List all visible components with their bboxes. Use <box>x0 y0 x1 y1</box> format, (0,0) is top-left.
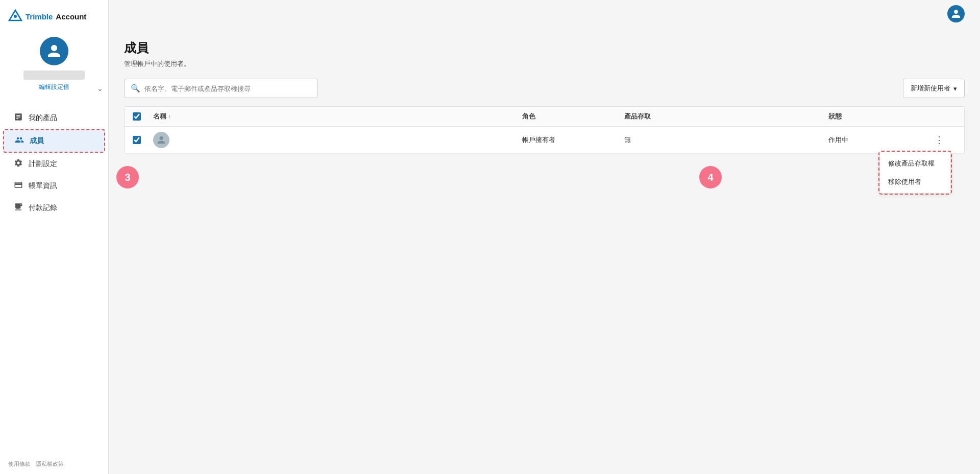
search-box[interactable]: 🔍 <box>124 79 318 98</box>
th-name: 名稱 ↑ <box>153 112 522 121</box>
privacy-link[interactable]: 隱私權政策 <box>36 460 64 468</box>
table-row: 帳戶擁有者 無 作用中 ⋮ 修改產品存取權 移除使用者 <box>125 127 964 154</box>
logo-text: Trimble <box>26 12 53 21</box>
search-icon: 🔍 <box>131 84 140 93</box>
account-info-icon <box>13 180 23 192</box>
add-user-chevron: ▾ <box>953 85 957 92</box>
username-bar <box>23 70 85 80</box>
sidebar-item-members[interactable]: 成員 <box>3 129 105 153</box>
th-product-access: 產品存取 <box>624 112 828 121</box>
trimble-logo-icon <box>8 9 22 23</box>
sidebar-collapse-button[interactable]: ⌄ <box>97 84 103 92</box>
table-header: 名稱 ↑ 角色 產品存取 狀態 <box>125 107 964 127</box>
sort-arrow[interactable]: ↑ <box>168 114 171 120</box>
context-menu-item-modify-access[interactable]: 修改產品存取權 <box>880 154 950 173</box>
logo-suffix: Account <box>56 12 86 21</box>
sidebar-item-label-my-products: 我的產品 <box>29 113 57 123</box>
edit-settings-link[interactable]: 編輯設定值 <box>39 83 69 91</box>
search-input[interactable] <box>144 85 311 92</box>
sidebar-item-label-account-info: 帳單資訊 <box>29 181 57 191</box>
member-product-access: 無 <box>624 135 828 145</box>
sidebar-item-account-info[interactable]: 帳單資訊 <box>3 175 105 197</box>
members-icon <box>14 135 24 147</box>
add-user-label: 新增新使用者 <box>911 84 950 93</box>
row-checkbox[interactable] <box>133 136 141 144</box>
plan-settings-icon <box>13 158 23 170</box>
row-action-cell: ⋮ 修改產品存取權 移除使用者 <box>930 133 956 147</box>
sidebar-item-my-products[interactable]: 我的產品 <box>3 107 105 129</box>
toolbar: 🔍 新增新使用者 ▾ <box>124 79 965 98</box>
sidebar-item-label-payment-records: 付款記錄 <box>29 203 57 212</box>
member-role: 帳戶擁有者 <box>522 135 624 145</box>
payment-records-icon <box>13 202 23 214</box>
sidebar-logo: Trimble Account <box>0 0 108 29</box>
sidebar-footer: 使用條款 隱私權政策 <box>0 454 108 474</box>
context-menu-item-remove-user[interactable]: 移除使用者 <box>880 173 950 191</box>
main-area: 成員 管理帳戶中的使用者。 🔍 新增新使用者 ▾ 名稱 ↑ <box>109 0 980 474</box>
sidebar: Trimble Account 編輯設定值 ⌄ 我的產品 成員 計劃設定 <box>0 0 109 474</box>
sidebar-item-label-plan-settings: 計劃設定 <box>29 159 57 169</box>
select-all-checkbox[interactable] <box>133 112 141 121</box>
member-name-cell <box>153 132 522 148</box>
main-content: 成員 管理帳戶中的使用者。 🔍 新增新使用者 ▾ 名稱 ↑ <box>109 28 980 170</box>
sidebar-item-plan-settings[interactable]: 計劃設定 <box>3 153 105 175</box>
svg-point-1 <box>14 15 17 18</box>
user-profile-section: 編輯設定值 <box>0 29 108 97</box>
sidebar-nav: 我的產品 成員 計劃設定 帳單資訊 付款記錄 <box>0 107 108 454</box>
my-products-icon <box>13 112 23 124</box>
add-user-button[interactable]: 新增新使用者 ▾ <box>903 79 965 98</box>
sidebar-item-label-members: 成員 <box>30 136 44 146</box>
row-checkbox-cell[interactable] <box>133 136 153 144</box>
member-status: 作用中 <box>828 135 930 145</box>
page-title: 成員 <box>124 40 965 56</box>
context-menu: 修改產品存取權 移除使用者 <box>879 152 951 194</box>
header-checkbox-cell[interactable] <box>133 112 153 121</box>
th-status: 狀態 <box>828 112 930 121</box>
sidebar-item-payment-records[interactable]: 付款記錄 <box>3 197 105 219</box>
terms-link[interactable]: 使用條款 <box>8 460 31 468</box>
header-user-avatar[interactable] <box>947 5 965 22</box>
members-table: 名稱 ↑ 角色 產品存取 狀態 帳戶擁有者 無 <box>124 106 965 154</box>
main-header <box>109 0 980 28</box>
member-avatar <box>153 132 169 148</box>
th-role: 角色 <box>522 112 624 121</box>
row-action-button[interactable]: ⋮ <box>930 133 948 147</box>
page-subtitle: 管理帳戶中的使用者。 <box>124 59 965 68</box>
avatar[interactable] <box>40 37 68 65</box>
